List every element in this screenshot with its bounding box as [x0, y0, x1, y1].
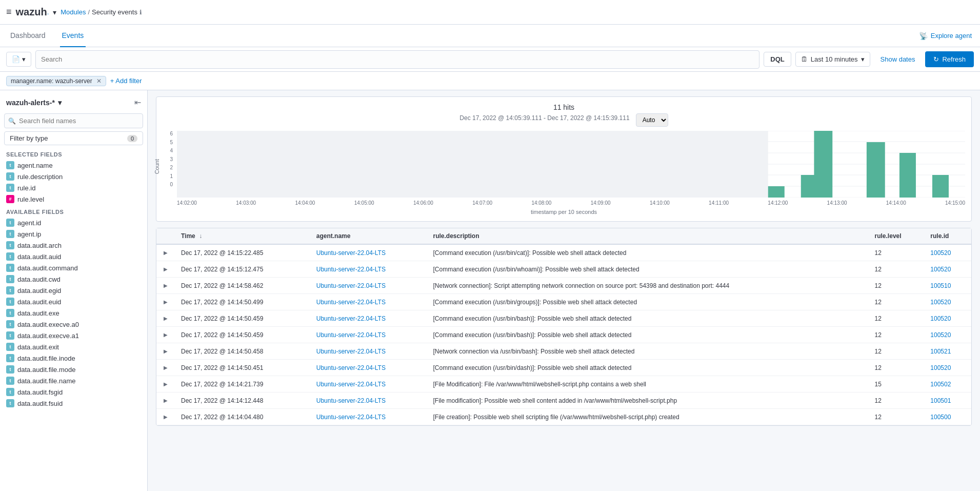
expand-btn[interactable]: ▶ — [163, 413, 169, 421]
rule-id-link[interactable]: 100520 — [930, 364, 951, 371]
tab-events[interactable]: Events — [60, 25, 86, 47]
expand-btn[interactable]: ▶ — [163, 380, 169, 388]
agent-link[interactable]: Ubuntu-server-22.04-LTS — [316, 299, 386, 306]
selected-field-item[interactable]: tagent.name — [0, 160, 147, 171]
rule-id-cell: 100520 — [924, 261, 971, 278]
th-description[interactable]: rule.description — [427, 228, 869, 244]
available-field-item[interactable]: tdata.audit.cwd — [0, 273, 147, 285]
available-field-item[interactable]: tdata.audit.exit — [0, 341, 147, 352]
logo-dropdown[interactable]: ▾ — [53, 8, 56, 16]
table-row: ▶ Dec 17, 2022 @ 14:14:50.451 Ubuntu-ser… — [156, 360, 971, 376]
rule-id-link[interactable]: 100501 — [930, 397, 951, 404]
rule-id-link[interactable]: 100520 — [930, 266, 951, 273]
show-dates-btn[interactable]: Show dates — [874, 52, 922, 66]
search-bar: 📄 ▾ DQL 🗓 Last 10 minutes ▾ Show dates ↻… — [0, 47, 980, 72]
table-row: ▶ Dec 17, 2022 @ 14:14:58.462 Ubuntu-ser… — [156, 278, 971, 294]
expand-btn[interactable]: ▶ — [163, 364, 169, 371]
description-cell: [Command execution (/usr/bin/bash)]: Pos… — [427, 327, 869, 343]
info-icon[interactable]: ℹ — [139, 9, 142, 16]
rule-id-link[interactable]: 100502 — [930, 381, 951, 388]
available-field-item[interactable]: tdata.audit.fsgid — [0, 386, 147, 398]
available-field-item[interactable]: tdata.audit.euid — [0, 296, 147, 307]
explore-agent-btn[interactable]: 📡 Explore agent — [919, 32, 972, 40]
sidebar-collapse-btn[interactable]: ⇤ — [134, 97, 141, 107]
rule-id-link[interactable]: 100520 — [930, 331, 951, 339]
expand-btn[interactable]: ▶ — [163, 397, 169, 404]
th-rule-id[interactable]: rule.id — [924, 228, 971, 244]
agent-link[interactable]: Ubuntu-server-22.04-LTS — [316, 282, 386, 289]
rule-id-link[interactable]: 100520 — [930, 299, 951, 306]
selected-field-item[interactable]: trule.description — [0, 171, 147, 182]
th-agent[interactable]: agent.name — [310, 228, 427, 244]
expand-btn[interactable]: ▶ — [163, 282, 169, 289]
tab-dashboard[interactable]: Dashboard — [8, 25, 48, 47]
rule-id-link[interactable]: 100500 — [930, 414, 951, 421]
time-range-label: Last 10 minutes — [811, 55, 858, 63]
refresh-btn[interactable]: ↻ Refresh — [925, 51, 974, 67]
available-field-item[interactable]: tdata.audit.auid — [0, 251, 147, 262]
time-picker-btn[interactable]: 🗓 Last 10 minutes ▾ — [795, 52, 870, 67]
logo-dot: . — [47, 8, 49, 16]
agent-link[interactable]: Ubuntu-server-22.04-LTS — [316, 249, 386, 257]
filter-type-btn[interactable]: Filter by type 0 — [4, 131, 143, 145]
field-type-badge: t — [6, 172, 14, 181]
time-cell: Dec 17, 2022 @ 14:14:58.462 — [175, 278, 310, 294]
breadcrumb: Modules / Security events ℹ — [61, 8, 142, 16]
doc-btn-label: ▾ — [22, 55, 26, 63]
available-field-item[interactable]: tdata.audit.file.name — [0, 375, 147, 386]
rule-id-link[interactable]: 100520 — [930, 315, 951, 322]
search-fields-input[interactable] — [4, 113, 143, 128]
available-field-item[interactable]: tdata.audit.file.mode — [0, 364, 147, 375]
agent-link[interactable]: Ubuntu-server-22.04-LTS — [316, 364, 386, 371]
expand-btn[interactable]: ▶ — [163, 315, 169, 322]
selected-field-item[interactable]: trule.id — [0, 182, 147, 193]
index-pattern[interactable]: wazuh-alerts-* ▾ — [6, 99, 62, 107]
chart-interval-select[interactable]: Auto — [636, 113, 668, 127]
filter-tag[interactable]: manager.name: wazuh-server ✕ — [6, 76, 106, 86]
field-type-badge: t — [6, 331, 14, 340]
available-field-item[interactable]: tdata.audit.command — [0, 262, 147, 273]
rule-id-link[interactable]: 100510 — [930, 282, 951, 289]
filter-remove-icon[interactable]: ✕ — [96, 77, 102, 85]
available-field-item[interactable]: tagent.id — [0, 217, 147, 228]
th-level[interactable]: rule.level — [869, 228, 925, 244]
rule-id-cell: 100502 — [924, 376, 971, 392]
add-filter-btn[interactable]: + Add filter — [110, 77, 142, 85]
agent-link[interactable]: Ubuntu-server-22.04-LTS — [316, 331, 386, 339]
agent-link[interactable]: Ubuntu-server-22.04-LTS — [316, 414, 386, 421]
available-field-item[interactable]: tagent.ip — [0, 228, 147, 240]
expand-btn[interactable]: ▶ — [163, 298, 169, 306]
level-cell: 12 — [869, 327, 925, 343]
agent-link[interactable]: Ubuntu-server-22.04-LTS — [316, 397, 386, 404]
available-field-item[interactable]: tdata.audit.execve.a1 — [0, 330, 147, 341]
selected-field-item[interactable]: #rule.level — [0, 193, 147, 205]
rule-id-link[interactable]: 100521 — [930, 348, 951, 355]
rule-id-link[interactable]: 100520 — [930, 249, 951, 257]
dql-button[interactable]: DQL — [764, 52, 791, 67]
search-input[interactable] — [41, 55, 754, 63]
agent-link[interactable]: Ubuntu-server-22.04-LTS — [316, 348, 386, 355]
expand-btn[interactable]: ▶ — [163, 265, 169, 273]
filter-tag-label: manager.name: wazuh-server — [11, 77, 92, 85]
search-doc-btn[interactable]: 📄 ▾ — [6, 52, 31, 67]
top-nav: ≡ wazuh. ▾ Modules / Security events ℹ — [0, 0, 980, 25]
th-time[interactable]: Time ↓ — [175, 228, 310, 244]
modules-link[interactable]: Modules — [61, 8, 86, 16]
agent-link[interactable]: Ubuntu-server-22.04-LTS — [316, 315, 386, 322]
available-field-item[interactable]: tdata.audit.egid — [0, 285, 147, 296]
field-type-badge: t — [6, 275, 14, 283]
expand-btn[interactable]: ▶ — [163, 347, 169, 355]
expand-btn[interactable]: ▶ — [163, 331, 169, 339]
agent-link[interactable]: Ubuntu-server-22.04-LTS — [316, 381, 386, 388]
available-field-item[interactable]: tdata.audit.file.inode — [0, 352, 147, 364]
available-field-item[interactable]: tdata.audit.fsuid — [0, 398, 147, 409]
description-cell: [Network connection]: Script attempting … — [427, 278, 869, 294]
available-field-item[interactable]: tdata.audit.exe — [0, 307, 147, 319]
field-name: data.audit.command — [17, 264, 78, 272]
available-field-item[interactable]: tdata.audit.arch — [0, 240, 147, 251]
field-type-badge: t — [6, 298, 14, 306]
menu-icon[interactable]: ≡ — [6, 7, 12, 17]
available-field-item[interactable]: tdata.audit.execve.a0 — [0, 319, 147, 330]
expand-btn[interactable]: ▶ — [163, 249, 169, 257]
agent-link[interactable]: Ubuntu-server-22.04-LTS — [316, 266, 386, 273]
